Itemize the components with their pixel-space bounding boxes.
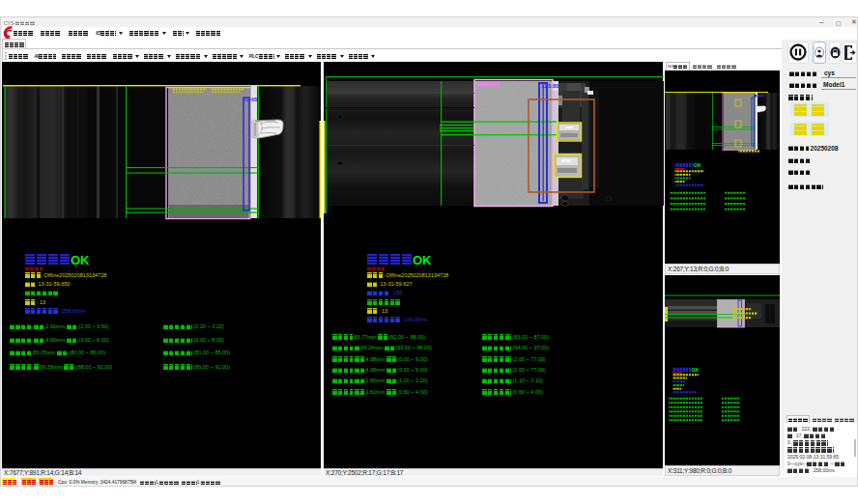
svg-text:53.48: 53.48: [243, 97, 258, 102]
svg-text:123.80: 123.80: [541, 83, 559, 89]
svg-text:OK: OK: [692, 367, 700, 373]
svg-text:OK: OK: [694, 162, 701, 168]
